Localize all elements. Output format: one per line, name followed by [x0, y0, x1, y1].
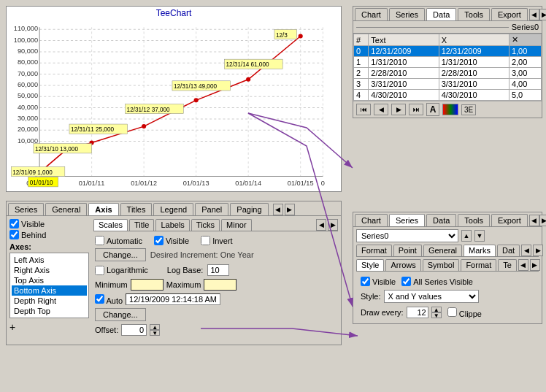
style-select[interactable]: X and Y values: [384, 290, 479, 303]
rpb-inner-dat[interactable]: Dat: [497, 245, 520, 256]
rpb-inner-marks[interactable]: Marks: [464, 245, 496, 256]
rpb-series[interactable]: Series: [389, 214, 425, 226]
auto-label[interactable]: Auto: [95, 294, 123, 305]
visible2-checkbox[interactable]: [154, 236, 164, 245]
right-panel-top: Chart Series Data Tools Export ◀ ▶ Serie…: [353, 6, 542, 118]
end-btn[interactable]: ⏭: [409, 104, 423, 115]
axis-bottom[interactable]: Bottom Axis: [12, 285, 87, 296]
rpb-next-btn[interactable]: ▶: [539, 215, 546, 226]
rpt-chart[interactable]: Chart: [355, 8, 388, 20]
tab-prev-btn[interactable]: ◀: [273, 204, 283, 215]
table-row[interactable]: 0 12/31/2009 12/31/2009 1,00: [354, 46, 542, 57]
rpb-inner2-prev[interactable]: ◀: [518, 259, 528, 271]
draw-every-up[interactable]: ▲: [431, 307, 442, 312]
axis-right[interactable]: Right Axis: [12, 265, 87, 275]
rpb-chart[interactable]: Chart: [355, 214, 388, 226]
invert-label[interactable]: Invert: [201, 236, 233, 245]
table-row[interactable]: 1 1/31/2010 1/31/2010 2,00: [354, 57, 542, 68]
axis-depth-top[interactable]: Depth Top: [12, 306, 87, 316]
rpb-inner-format[interactable]: Format: [356, 245, 392, 256]
change-btn-1[interactable]: Change...: [95, 248, 146, 261]
inner-tab-prev[interactable]: ◀: [316, 219, 326, 231]
tab-general[interactable]: General: [45, 203, 87, 215]
visible2-label[interactable]: Visible: [154, 236, 189, 245]
change-btn-2[interactable]: Change...: [95, 308, 146, 321]
rpb-inner2-te[interactable]: Te: [498, 259, 517, 271]
table-row[interactable]: 4 4/30/2010 4/30/2010 5,0: [354, 90, 542, 101]
invert-checkbox[interactable]: [201, 236, 210, 245]
table-row[interactable]: 3 3/31/2010 3/31/2010 4,00: [354, 79, 542, 90]
marks-visible-cb[interactable]: [361, 277, 370, 286]
axis-left[interactable]: Left Axis: [12, 255, 87, 265]
logarithmic-checkbox[interactable]: [95, 266, 104, 275]
tab-legend[interactable]: Legend: [153, 203, 193, 215]
marks-visible-label[interactable]: Visible: [361, 277, 396, 286]
tab-series[interactable]: Series: [8, 203, 44, 215]
rpt-next-btn[interactable]: ▶: [539, 9, 546, 20]
automatic-label[interactable]: Automatic: [95, 236, 142, 245]
offset-up-btn[interactable]: ▲: [150, 324, 160, 330]
rpb-inner-point[interactable]: Point: [393, 245, 422, 256]
tab-axis[interactable]: Axis: [88, 203, 118, 215]
logarithmic-label[interactable]: Logarithmic: [95, 266, 148, 275]
behind-checkbox-label[interactable]: Behind: [9, 230, 89, 239]
clippe-cb[interactable]: [447, 307, 457, 317]
rpb-inner2-style[interactable]: Style: [356, 259, 384, 271]
rewind-btn[interactable]: ⏮: [356, 104, 371, 115]
axes-plus-btn[interactable]: +: [9, 321, 89, 333]
rpb-inner-general[interactable]: General: [423, 245, 462, 256]
pct-btn[interactable]: 3E: [461, 104, 476, 115]
series-scroll-down[interactable]: ▼: [474, 230, 485, 242]
rpt-series[interactable]: Series: [389, 8, 425, 20]
rpt-tools[interactable]: Tools: [458, 8, 490, 20]
color-picker-btn[interactable]: [442, 104, 458, 115]
axis-depth-right[interactable]: Depth Right: [12, 296, 87, 306]
tab-next-btn[interactable]: ▶: [285, 204, 295, 215]
rpb-inner2-symbol[interactable]: Symbol: [423, 259, 460, 271]
draw-every-down[interactable]: ▼: [431, 312, 442, 318]
all-series-visible-label[interactable]: All Series Visible: [401, 277, 473, 286]
table-row[interactable]: 2 2/28/2010 2/28/2010 3,00: [354, 68, 542, 79]
rpb-inner2-format[interactable]: Format: [461, 259, 496, 271]
tab-panel[interactable]: Panel: [195, 203, 228, 215]
inner-tab-scales[interactable]: Scales: [93, 219, 128, 231]
offset-input[interactable]: [121, 324, 147, 336]
rpb-inner2-arrows[interactable]: Arrows: [385, 259, 420, 271]
inner-tab-minor[interactable]: Minor: [221, 219, 252, 231]
rpb-inner1-prev[interactable]: ◀: [521, 245, 531, 256]
tab-paging[interactable]: Paging: [230, 203, 268, 215]
clippe-label[interactable]: Clippe: [447, 307, 482, 318]
rpb-export[interactable]: Export: [491, 214, 528, 226]
rpb-prev-btn[interactable]: ◀: [529, 215, 539, 226]
inner-tab-labels[interactable]: Labels: [155, 219, 189, 231]
inner-tab-next[interactable]: ▶: [328, 219, 338, 231]
series-scroll-up[interactable]: ▲: [461, 230, 472, 242]
a-button[interactable]: A: [426, 103, 439, 116]
back-btn[interactable]: ◀: [374, 104, 388, 115]
all-series-visible-cb[interactable]: [401, 277, 411, 286]
axis-top[interactable]: Top Axis: [12, 275, 87, 285]
visible-checkbox[interactable]: [9, 219, 19, 228]
visible-checkbox-label[interactable]: Visible: [9, 219, 89, 228]
cell-val: 2,00: [509, 57, 541, 68]
logbase-input[interactable]: [207, 264, 229, 276]
rpt-prev-btn[interactable]: ◀: [529, 9, 539, 20]
forward-btn[interactable]: ▶: [391, 104, 406, 115]
rpb-data[interactable]: Data: [426, 214, 456, 226]
behind-checkbox[interactable]: [9, 230, 19, 239]
inner-tab-ticks[interactable]: Ticks: [191, 219, 220, 231]
rpb-inner2-next[interactable]: ▶: [530, 259, 540, 271]
rpb-inner1-next[interactable]: ▶: [533, 245, 543, 256]
auto-checkbox[interactable]: [95, 294, 104, 304]
rpb-tools[interactable]: Tools: [458, 214, 490, 226]
offset-down-btn[interactable]: ▼: [150, 330, 160, 336]
rpt-data[interactable]: Data: [426, 8, 456, 20]
inner-tab-title[interactable]: Title: [129, 219, 154, 231]
svg-point-43: [246, 77, 250, 82]
rpt-export[interactable]: Export: [491, 8, 528, 20]
series-select[interactable]: Series0: [356, 229, 458, 242]
tab-titles[interactable]: Titles: [120, 203, 153, 215]
draw-every-input[interactable]: [407, 307, 428, 318]
rpb-nav: ◀ ▶: [529, 214, 546, 226]
automatic-checkbox[interactable]: [95, 236, 104, 245]
